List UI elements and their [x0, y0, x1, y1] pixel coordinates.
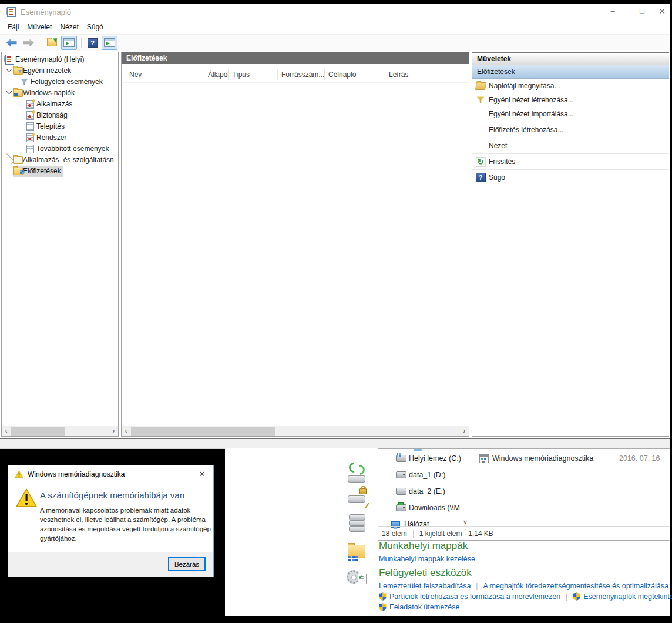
console-tree-pane: Eseménynapló (Helyi) Egyéni nézetek Felü…: [1, 52, 119, 437]
list-horizontal-scrollbar[interactable]: ‹ ›: [122, 426, 469, 436]
link-partitions[interactable]: Partíciók létrehozása és formázása a mer…: [389, 592, 560, 601]
link-view-event-logs[interactable]: Eseménynaplók megtekintése: [583, 592, 672, 601]
log-icon: [26, 122, 34, 131]
dialog-close-button[interactable]: ✕: [197, 469, 207, 480]
scroll-right-arrow[interactable]: ›: [460, 426, 469, 436]
toolbar-separator: [81, 38, 82, 48]
title-bar: Eseménynapló – □ ✕: [0, 4, 670, 20]
action-help[interactable]: ? Súgó: [472, 170, 669, 185]
action-create-subscription[interactable]: Előfizetés létrehozása...: [472, 123, 669, 137]
drive-icon: [396, 471, 406, 478]
file-date-modified: 2016. 07. 16: [619, 454, 660, 463]
uac-shield-icon: [573, 592, 580, 601]
window-title: Eseménynapló: [21, 8, 71, 16]
forward-arrow-icon: [23, 39, 34, 46]
nav-item-data1[interactable]: data_1 (D:): [396, 469, 446, 481]
scrollbar-thumb[interactable]: [11, 427, 65, 436]
show-console-tree-button[interactable]: [61, 36, 77, 50]
action-open-saved-log[interactable]: Naplófájl megnyitása...: [472, 79, 669, 93]
scrollbar-thumb[interactable]: [131, 427, 275, 436]
chevron-down-icon[interactable]: [6, 66, 12, 72]
action-create-custom-view[interactable]: Egyéni nézet létrehozása...: [472, 93, 669, 107]
scroll-left-arrow[interactable]: ‹: [2, 426, 11, 436]
column-header-row: Név Állapot Típus Forrásszám... Célnapló…: [122, 67, 469, 83]
column-header-name[interactable]: Név: [122, 69, 204, 80]
help-icon: ?: [88, 38, 98, 48]
event-log-icon: [5, 55, 14, 65]
column-header-source[interactable]: Forrásszám...: [278, 69, 325, 80]
tree-item-windows-logs[interactable]: Windows-naplók: [2, 88, 118, 99]
minimize-button[interactable]: –: [603, 4, 623, 19]
menu-file[interactable]: Fájl: [8, 23, 19, 31]
menu-help[interactable]: Súgó: [87, 23, 103, 31]
action-refresh[interactable]: ↻ Frissítés: [472, 155, 669, 169]
memory-diagnostic-dialog: Windows memóriadiagnosztika ✕ A számítóg…: [8, 465, 214, 577]
action-import-custom-view[interactable]: Egyéni nézet importálása...: [472, 107, 669, 121]
event-viewer-window: Eseménynapló – □ ✕ Fájl Művelet Nézet Sú…: [0, 4, 670, 439]
close-dialog-button[interactable]: Bezárás: [168, 557, 206, 571]
windows-logs-folder-icon: [13, 89, 23, 97]
bitlocker-icon[interactable]: [347, 487, 368, 508]
tree-item-system[interactable]: Rendszer: [2, 132, 118, 143]
column-header-description[interactable]: Leírás: [385, 69, 469, 80]
admin-tools-links-row3: Feladatok ütemezése: [379, 603, 460, 611]
open-saved-log-button[interactable]: [44, 36, 60, 50]
nav-item-local-disk-c[interactable]: Helyi lemez (C:): [396, 453, 461, 464]
scroll-left-arrow[interactable]: ‹: [122, 426, 130, 436]
column-header-status[interactable]: Állapot: [204, 69, 229, 80]
link-manage-work-folders[interactable]: Munkahelyi mappák kezelése: [379, 555, 475, 563]
menu-action[interactable]: Művelet: [27, 23, 52, 31]
status-bar: 18 elem 1 kijelölt elem - 1,14 KB: [378, 526, 670, 540]
nav-item-downloads-share[interactable]: Downloads (\\M: [396, 502, 460, 514]
column-header-type[interactable]: Típus: [229, 69, 278, 80]
tree-item-applications-services-logs[interactable]: Alkalmazás- és szolgáltatásn: [2, 155, 118, 166]
toolbar: ?: [0, 34, 670, 51]
custom-views-folder-icon: [13, 67, 23, 75]
filter-icon: [21, 79, 28, 86]
work-folders-icon[interactable]: [347, 541, 368, 562]
tree-item-security[interactable]: Biztonság: [2, 110, 118, 121]
uac-shield-icon: [379, 603, 387, 611]
maximize-button[interactable]: □: [632, 4, 652, 19]
administrative-tools-heading[interactable]: Felügyeleti eszközök: [379, 567, 472, 579]
scroll-down-arrow[interactable]: ∨: [461, 517, 470, 527]
backup-restore-icon[interactable]: [347, 463, 368, 484]
log-icon: [26, 133, 34, 142]
tree-item-subscriptions[interactable]: Előfizetések: [2, 166, 118, 177]
list-body-empty: [122, 83, 469, 436]
tree-item-administrative-events[interactable]: Felügyeleti események: [2, 76, 118, 88]
list-pane-header: Előfizetések: [122, 52, 469, 64]
storage-spaces-icon[interactable]: [347, 513, 368, 534]
nav-item-data2[interactable]: data_2 (E:): [396, 485, 445, 497]
link-schedule-tasks[interactable]: Feladatok ütemezése: [389, 603, 460, 611]
file-row-memory-diagnostic[interactable]: Windows memóriadiagnosztika: [479, 453, 593, 464]
link-defrag[interactable]: A meghajtók töredezettségmentesítése és …: [483, 582, 668, 590]
chevron-down-icon[interactable]: [6, 89, 12, 95]
actions-separator: [472, 169, 669, 170]
dialog-footer: Bezárás: [8, 552, 213, 577]
close-button[interactable]: ✕: [652, 4, 672, 19]
tree-item-forwarded-events[interactable]: Továbbított események: [2, 143, 118, 155]
tree-item-event-viewer-root[interactable]: Eseménynapló (Helyi): [2, 54, 118, 65]
create-filter-icon: [477, 96, 485, 103]
scroll-right-arrow[interactable]: ›: [109, 426, 118, 436]
administrative-tools-icon[interactable]: [347, 568, 368, 589]
tree-item-application[interactable]: Alkalmazás: [2, 99, 118, 110]
back-arrow-icon: [6, 39, 17, 46]
link-disk-cleanup[interactable]: Lemezterület felszabadítása: [379, 582, 471, 590]
action-view[interactable]: Nézet: [472, 139, 669, 153]
show-action-pane-button[interactable]: [102, 36, 117, 50]
help-button[interactable]: ?: [85, 36, 100, 50]
work-folders-heading[interactable]: Munkahelyi mappák: [379, 540, 468, 552]
subscriptions-list-pane: Előfizetések Név Állapot Típus Forrásszá…: [121, 52, 469, 437]
forward-button[interactable]: [21, 36, 36, 50]
menu-view[interactable]: Nézet: [60, 23, 78, 31]
tree-item-setup[interactable]: Telepítés: [2, 121, 118, 132]
folder-icon: [13, 156, 23, 164]
back-button[interactable]: [4, 36, 19, 50]
tree-horizontal-scrollbar[interactable]: ‹ ›: [2, 426, 118, 436]
actions-pane-header: Műveletek: [472, 52, 669, 65]
actions-context-row[interactable]: Előfizetések: [472, 65, 669, 79]
tree-item-custom-views[interactable]: Egyéni nézetek: [2, 65, 118, 76]
column-header-destination-log[interactable]: Célnapló: [325, 69, 385, 80]
